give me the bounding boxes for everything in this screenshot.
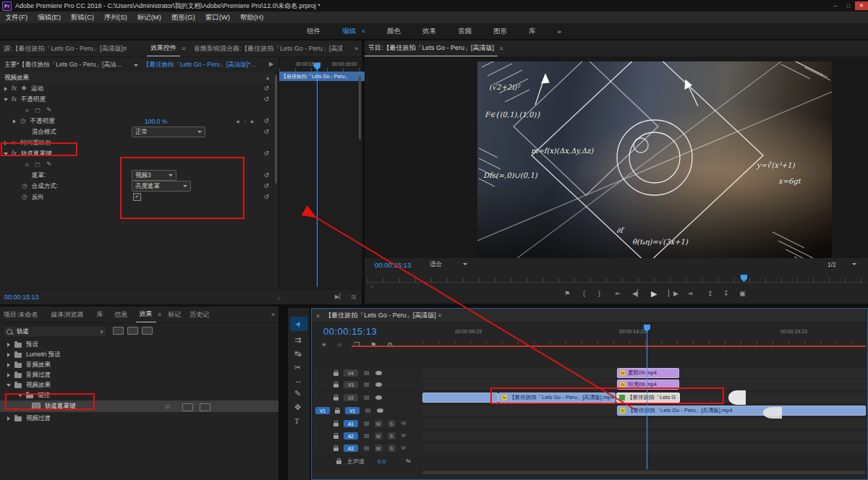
track-target-a2[interactable]: A2 [344, 432, 358, 440]
ec-sequence-name[interactable]: 【最佳旅拍「Lets Go - Peru」[高清版]*... [143, 61, 255, 69]
add-keyframe-icon[interactable]: ○ [244, 119, 247, 124]
tab-overflow[interactable]: » [351, 41, 362, 56]
track-header-a1[interactable]: A1 ▤ M S Ψ [312, 419, 422, 429]
tab-program-monitor[interactable]: 节目:【最佳旅拍「Lets Go - Peru」[高清版] [365, 40, 498, 56]
effect-label[interactable]: 时间重映射 [20, 139, 51, 147]
opacity-value[interactable]: 100.0 % [145, 118, 167, 125]
ec-scrollbar[interactable] [275, 75, 277, 184]
composite-dropdown[interactable]: 亮度遮罩 [132, 181, 191, 192]
track-a2-lane[interactable] [422, 431, 867, 441]
pen-tool[interactable]: ✎ [294, 389, 301, 398]
track-display-icon[interactable]: ▤ [364, 370, 370, 376]
search-input[interactable]: 轨道 [17, 327, 29, 336]
clip-v4[interactable]: fx 麦田09.mp4 [617, 368, 679, 378]
tab-libraries[interactable]: 库 [93, 307, 107, 322]
pen-mask-icon[interactable]: ✎ [46, 161, 52, 168]
mark-out-icon[interactable]: } [598, 291, 600, 297]
effect-label[interactable]: 轨道遮罩键 [21, 150, 52, 158]
twirl-closed-icon[interactable] [7, 416, 10, 421]
transition-clip[interactable] [728, 390, 746, 405]
step-back-icon[interactable]: ◀▏ [632, 291, 642, 297]
slip-tool[interactable]: ↔ [294, 376, 302, 385]
pen-mask-icon[interactable]: ✎ [46, 107, 52, 113]
selection-tool[interactable]: ➤ [290, 317, 307, 331]
close-button[interactable]: ✕ [855, 1, 868, 10]
panel-menu-icon[interactable]: ≡ [438, 312, 442, 319]
ellipse-mask-icon[interactable]: ○ [25, 161, 29, 168]
close-sequence-icon[interactable]: × [316, 312, 320, 320]
type-tool[interactable]: T [294, 416, 299, 425]
solo-button[interactable]: S [388, 432, 396, 440]
twirl-open-icon[interactable] [7, 384, 11, 387]
show-timeline-icon[interactable]: ▶ [269, 61, 273, 67]
reset-icon[interactable]: ↺ [263, 150, 269, 157]
playback-resolution-dropdown[interactable]: 1/2 [825, 260, 859, 269]
tab-project[interactable]: 项目:未命名 [0, 307, 42, 322]
new-preset-bin-icon[interactable] [127, 327, 138, 335]
track-header-master[interactable]: 主声道 0.0 ↹ [312, 456, 529, 466]
twirl-closed-icon[interactable] [4, 87, 7, 91]
tab-media-browser[interactable]: 媒体浏览器 [48, 307, 88, 322]
clip-v1[interactable]: fx 【最佳旅拍「Lets Go - Peru」[高清版].mp4 [617, 406, 866, 416]
snap-icon[interactable]: ∩ [337, 342, 341, 348]
workspace-overflow[interactable]: » [557, 27, 561, 35]
voiceover-mic-icon[interactable]: Ψ [401, 421, 407, 427]
play-clip-icon[interactable]: ▶▏ [335, 294, 344, 300]
play-button[interactable]: ▶ [651, 289, 657, 299]
maximize-button[interactable]: □ [842, 1, 855, 10]
ec-master-clip[interactable]: 主要*【最佳旅拍「Lets Go - Peru」[高清... [4, 61, 122, 69]
zoom-level-dropdown[interactable]: 适合 [427, 260, 470, 269]
reset-icon[interactable]: ↺ [263, 183, 269, 189]
lock-icon[interactable] [333, 435, 339, 439]
track-target-a3[interactable]: A3 [344, 445, 358, 452]
go-to-in-icon[interactable]: ⇤ [616, 291, 621, 297]
tab-history[interactable]: 历史记 [186, 307, 212, 322]
menu-file[interactable]: 文件(F) [5, 13, 27, 22]
menu-marker[interactable]: 标记(M) [137, 13, 161, 22]
track-header-v1[interactable]: V1 V1 ▤ [312, 406, 422, 416]
mute-button[interactable]: M [375, 432, 383, 440]
track-header-v2[interactable]: V2 ▤ [312, 393, 422, 403]
clip-v2-left[interactable] [422, 393, 498, 403]
tree-item-track-matte-key[interactable]: 轨道遮罩键 32 [0, 400, 278, 412]
chevron-down-icon[interactable] [134, 64, 138, 67]
twirl-open-icon[interactable] [18, 394, 22, 397]
solo-button[interactable]: S [388, 445, 396, 452]
track-display-icon[interactable]: ▤ [364, 395, 370, 400]
workspace-tab-color[interactable]: 颜色 [387, 27, 401, 36]
tab-info[interactable]: 信息 [111, 307, 132, 322]
program-mini-ruler[interactable] [367, 273, 865, 283]
timeline-scrollbar[interactable] [422, 471, 866, 474]
program-video-frame[interactable]: (√2+2i)² F∈{(0,1),(1,0)} m=f(x)(Δx,Δy,Δz… [477, 61, 832, 258]
clip-v2-selected[interactable]: 【最佳旅拍「Lets G [616, 393, 680, 403]
mute-button[interactable]: M [375, 420, 383, 427]
ec-mini-clip-bar[interactable]: 【最佳旅拍「Lets Go - Peru」 [279, 72, 365, 81]
ellipse-mask-icon[interactable]: ○ [25, 107, 29, 114]
lock-icon[interactable] [333, 423, 339, 427]
workspace-tab-graphics[interactable]: 图形 [493, 27, 507, 36]
lift-icon[interactable]: ↥ [707, 291, 713, 297]
new-custom-bin-icon[interactable] [113, 327, 124, 335]
tab-overflow[interactable]: » [268, 307, 278, 322]
ec-mini-scrollbar[interactable] [359, 76, 361, 140]
tab-effects[interactable]: 效果 [136, 307, 156, 322]
twirl-open-icon[interactable] [4, 153, 8, 155]
twirl-closed-icon[interactable] [7, 373, 10, 377]
track-display-icon[interactable]: ▤ [364, 421, 370, 427]
track-header-a2[interactable]: A2 ▤ M S Ψ [312, 431, 422, 441]
workspace-tab-effects[interactable]: 效果 [422, 27, 436, 36]
track-header-v4[interactable]: V4 ▤ [312, 368, 422, 378]
stopwatch-icon[interactable]: ◷ [22, 183, 27, 189]
workspace-tab-audio[interactable]: 音频 [458, 27, 472, 36]
workspace-tab-libraries[interactable]: 库 [529, 27, 536, 36]
delete-bin-icon[interactable] [142, 327, 153, 335]
track-target-v4[interactable]: V4 [344, 369, 358, 377]
master-volume-value[interactable]: 0.0 [378, 458, 386, 465]
clip-v2-main[interactable]: fx 【最佳旅拍「Lets Go - Peru」[高清版].mp4 [498, 393, 616, 403]
solo-button[interactable]: S [388, 420, 396, 427]
tab-audio-clip-mixer[interactable]: 音频剪辑混合器:【最佳旅拍「Lets Go - Peru」[高清 [190, 41, 342, 56]
stopwatch-icon[interactable]: ◷ [22, 194, 27, 200]
menu-window[interactable]: 窗口(W) [205, 13, 230, 22]
twirl-open-icon[interactable] [4, 98, 8, 101]
toggle-track-output-eye-icon[interactable] [375, 395, 382, 400]
